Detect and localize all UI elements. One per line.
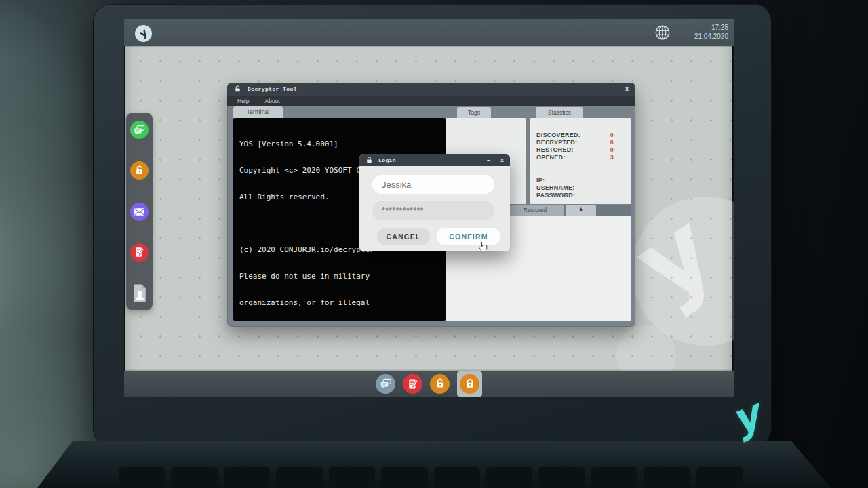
terminal-line: Please do not use in military [239,272,439,281]
laptop-base [37,441,831,488]
menu-help[interactable]: Help [237,98,249,104]
keyboard-key [434,466,480,487]
mouse-cursor-hand [476,240,489,255]
tab-terminal[interactable]: Terminal [233,106,283,118]
network-globe-icon[interactable] [654,24,671,41]
stat-ip-label: IP: [536,177,614,184]
keyboard-key [538,466,585,487]
clock-date: 21.04.2020 [694,32,728,41]
close-button[interactable]: x [500,157,504,163]
keyboard-key [696,466,743,487]
confirm-button[interactable]: CONFIRM [437,228,500,245]
open-padlock-icon [435,378,446,389]
taskbar [124,371,734,396]
laptop-screen: y y 17:25 21.04.2020 [124,19,734,396]
system-topbar: y 17:25 21.04.2020 [124,19,734,46]
stat-row-opened: OPENED: 3 [536,154,614,161]
yos-y-icon: y [137,25,150,40]
terminal-line: YOS [Version 5.4.0001] [239,140,439,148]
person-document-icon [132,283,148,303]
padlock-icon [465,378,475,389]
keyboard-key [329,466,375,487]
notepad-pencil-icon [408,378,418,390]
dock-item-contacts-file[interactable] [130,284,149,302]
star-icon: ★ [578,206,583,213]
terminal-line: organizations, or for illegal [239,298,439,307]
password-field[interactable] [372,201,494,220]
stat-username-label: USERNAME: [536,184,614,192]
taskbar-item-notes[interactable] [403,374,422,394]
tab-restored[interactable]: Restored [507,205,564,216]
keyboard-key [486,466,532,487]
stat-value: 0 [610,131,614,139]
stat-label: RESTORED: [536,146,574,154]
laptop-lid: y y 17:25 21.04.2020 [93,4,772,446]
keyboard [119,466,743,487]
envelope-icon [134,207,145,216]
minimize-button[interactable]: – [487,157,490,163]
login-titlebar[interactable]: Login – x [359,154,510,166]
dock-item-notes[interactable] [130,243,149,262]
decrypter-titlebar[interactable]: Decrypter Tool – x [227,83,635,96]
stat-value: 0 [610,139,614,146]
tab-favorites[interactable]: ★ [566,205,596,216]
taskbar-active-highlight [457,371,482,396]
game-scene: y y 17:25 21.04.2020 [0,0,868,488]
dock-item-decrypter[interactable] [130,161,149,180]
clock-time: 17:25 [694,23,728,32]
keyboard-key [224,466,270,487]
keyboard-key [276,466,322,487]
login-dialog: Login – x CANCEL CONFIRM [359,154,510,251]
keyboard-key [381,466,427,487]
stat-password-label: PASSWORD: [536,192,614,199]
app-dock [126,113,153,310]
statistics-panel: DISCOVERED: 0 DECRYPTED: 0 RESTORED: 0 O… [530,118,631,204]
stat-row-restored: RESTORED: 0 [536,146,614,154]
stat-row-decrypted: DECRYPTED: 0 [536,139,614,146]
dialog-title: Login [378,157,396,163]
open-padlock-icon [366,157,373,164]
stat-row-discovered: DISCOVERED: 0 [536,131,614,139]
keyboard-key [119,466,165,487]
stat-label: OPENED: [536,154,565,161]
keyboard-key [591,466,637,487]
tab-tags[interactable]: Tags [457,107,491,118]
open-padlock-icon [134,165,144,176]
minimize-button[interactable]: – [612,86,615,92]
tab-statistics[interactable]: Statistics [536,107,583,118]
clock-widget: 17:25 21.04.2020 [694,23,728,41]
username-field[interactable] [372,175,494,194]
dock-item-mail[interactable] [130,203,149,221]
stat-label: DECRYPTED: [536,139,577,146]
keyboard-key [171,466,217,487]
taskbar-item-chat[interactable] [376,374,395,394]
taskbar-item-login-lock[interactable] [460,374,479,394]
open-padlock-icon [234,85,241,93]
cancel-button[interactable]: CANCEL [377,228,430,245]
window-title: Decrypter Tool [248,86,297,92]
dock-item-chat[interactable] [130,121,149,139]
menu-about[interactable]: About [264,98,279,104]
stat-value: 0 [610,146,614,154]
decrypter-menubar: Help About [227,96,635,106]
os-menu-button[interactable]: y [135,25,152,42]
chat-bubbles-icon [134,125,145,136]
stat-value: 3 [610,154,614,161]
notepad-pencil-icon [134,247,144,258]
keyboard-key [644,466,690,487]
stat-label: DISCOVERED: [536,131,580,139]
chat-bubbles-icon [380,378,392,389]
login-body: CANCEL CONFIRM [359,166,510,251]
close-button[interactable]: x [625,86,629,92]
taskbar-item-decrypter[interactable] [430,374,450,394]
